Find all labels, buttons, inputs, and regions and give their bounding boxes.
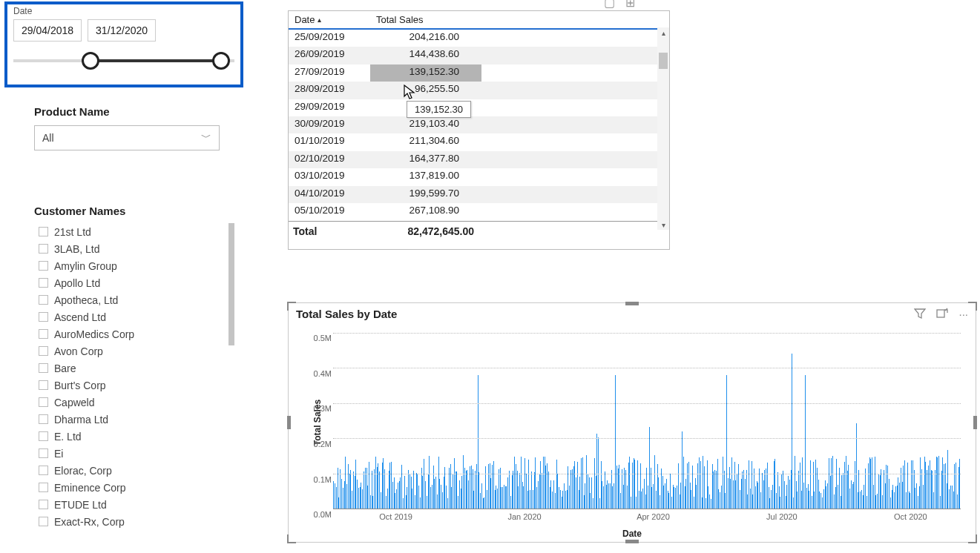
resize-handle-tr[interactable]	[968, 302, 977, 311]
customer-names-label: Customer Names	[34, 205, 234, 217]
checkbox-icon[interactable]	[39, 346, 48, 356]
resize-handle-right[interactable]	[973, 416, 977, 429]
checkbox-icon[interactable]	[39, 329, 48, 339]
customer-checkbox-item[interactable]: Apotheca, Ltd	[34, 291, 234, 308]
checkbox-icon[interactable]	[39, 397, 48, 407]
checkbox-icon[interactable]	[39, 380, 48, 390]
date-from-input[interactable]: 29/04/2018	[13, 19, 82, 42]
customer-checkbox-item[interactable]: 21st Ltd	[34, 223, 234, 240]
customer-name-label: Dharma Ltd	[54, 414, 108, 425]
resize-handle-br[interactable]	[968, 534, 977, 543]
scroll-down-icon[interactable]: ▾	[657, 219, 669, 230]
resize-handle-left[interactable]	[287, 416, 291, 429]
more-options-icon[interactable]: ···	[958, 308, 968, 322]
table-row[interactable]: 05/10/2019267,108.90	[289, 203, 669, 220]
focus-mode-icon[interactable]	[936, 308, 948, 322]
date-slider-track[interactable]	[13, 59, 234, 62]
checkbox-icon[interactable]	[39, 295, 48, 305]
customer-name-label: Exact-Rx, Corp	[54, 516, 125, 528]
table-row[interactable]: 27/09/2019139,152.30	[289, 64, 669, 82]
filter-icon[interactable]	[914, 308, 926, 322]
checkbox-icon[interactable]	[39, 483, 48, 492]
table-scrollbar[interactable]: ▴ ▾	[657, 27, 669, 230]
resize-handle-bl[interactable]	[287, 534, 296, 543]
scroll-thumb[interactable]	[659, 53, 668, 69]
customer-checkbox-item[interactable]: AuroMedics Corp	[34, 325, 234, 342]
cell-sales: 219,103.40	[370, 116, 481, 133]
customer-checkbox-item[interactable]: Ascend Ltd	[34, 308, 234, 325]
customer-checkbox-item[interactable]: Ei	[34, 445, 234, 462]
table-row[interactable]: 25/09/2019204,216.00	[289, 30, 669, 47]
checkbox-icon[interactable]	[39, 500, 48, 509]
checkbox-icon[interactable]	[39, 312, 48, 322]
table-row[interactable]: 26/09/2019144,438.60	[289, 47, 669, 64]
resize-handle-bottom[interactable]	[625, 540, 639, 543]
customer-checkbox-item[interactable]: Eminence Corp	[34, 479, 234, 496]
checkbox-icon[interactable]	[39, 414, 48, 424]
cell-date: 02/10/2019	[289, 151, 370, 168]
customer-checkbox-item[interactable]: Avon Corp	[34, 342, 234, 360]
customer-checkbox-item[interactable]: E. Ltd	[34, 428, 234, 445]
table-header: Date ▴ Total Sales	[289, 11, 669, 30]
filter-icon[interactable]: ▢	[604, 0, 615, 10]
product-name-dropdown[interactable]: All ﹀	[34, 125, 220, 150]
focus-icon[interactable]: ⊞	[625, 0, 635, 10]
checkbox-icon[interactable]	[39, 431, 48, 441]
table-row[interactable]: 29/09/201990,000.10	[289, 99, 669, 116]
resize-handle-top[interactable]	[625, 302, 639, 305]
cell-tooltip: 139,152.30	[407, 101, 471, 118]
table-header-sales[interactable]: Total Sales	[370, 11, 481, 28]
table-row[interactable]: 28/09/201996,255.50	[289, 82, 669, 99]
total-sales-chart[interactable]: Total Sales by Date ··· Total Sales Date…	[288, 302, 976, 543]
table-row[interactable]: 01/10/2019211,304.60	[289, 133, 669, 150]
table-header-date[interactable]: Date ▴	[289, 11, 370, 28]
date-to-input[interactable]: 31/12/2020	[88, 19, 156, 42]
checkbox-icon[interactable]	[39, 278, 48, 288]
table-row[interactable]: 03/10/2019137,819.00	[289, 168, 669, 185]
customer-list-scrollbar[interactable]	[228, 223, 234, 345]
y-tick-label: 0.5M	[314, 334, 332, 342]
customer-checkbox-item[interactable]: Capweld	[34, 394, 234, 411]
customer-checkbox-item[interactable]: Dharma Ltd	[34, 411, 234, 428]
customer-checkbox-item[interactable]: 3LAB, Ltd	[34, 240, 234, 257]
customer-name-label: Elorac, Corp	[54, 465, 112, 477]
chart-bar[interactable]	[792, 354, 792, 509]
product-name-slicer: Product Name All ﹀	[34, 105, 220, 150]
cell-sales: 139,152.30	[370, 64, 481, 82]
checkbox-icon[interactable]	[39, 261, 48, 271]
customer-checkbox-item[interactable]: Apollo Ltd	[34, 274, 234, 291]
cell-sales: 96,255.50	[370, 82, 481, 99]
chart-plot-area	[333, 333, 961, 509]
customer-name-label: 3LAB, Ltd	[54, 243, 100, 255]
checkbox-icon[interactable]	[39, 517, 48, 526]
customer-name-label: Apollo Ltd	[54, 277, 100, 289]
checkbox-icon[interactable]	[39, 227, 48, 236]
cell-date: 26/09/2019	[289, 47, 370, 64]
date-slicer[interactable]: Date 29/04/2018 31/12/2020	[4, 1, 243, 87]
checkbox-icon[interactable]	[39, 244, 48, 254]
checkbox-icon[interactable]	[39, 466, 48, 475]
customer-checkbox-item[interactable]: Amylin Group	[34, 257, 234, 274]
customer-name-label: Capweld	[54, 397, 94, 408]
checkbox-icon[interactable]	[39, 448, 48, 458]
customer-checkbox-item[interactable]: Exact-Rx, Corp	[34, 513, 234, 530]
customer-checkbox-item[interactable]: Burt's Corp	[34, 377, 234, 394]
scroll-up-icon[interactable]: ▴	[657, 27, 669, 38]
customer-checkbox-item[interactable]: Bare	[34, 360, 234, 377]
date-slider-handle-start[interactable]	[82, 52, 99, 70]
resize-handle-tl[interactable]	[287, 302, 296, 311]
cell-sales: 144,438.60	[370, 47, 481, 64]
checkbox-icon[interactable]	[39, 363, 48, 373]
cell-sales: 164,377.80	[370, 151, 481, 168]
customer-checkbox-item[interactable]: ETUDE Ltd	[34, 496, 234, 513]
customer-name-label: Burt's Corp	[54, 380, 106, 391]
table-row[interactable]: 30/09/2019219,103.40	[289, 116, 669, 133]
gridline	[333, 509, 961, 509]
cell-sales: 199,599.70	[370, 186, 481, 203]
table-row[interactable]: 04/10/2019199,599.70	[289, 186, 669, 203]
customer-checkbox-item[interactable]: Elorac, Corp	[34, 462, 234, 479]
sales-table[interactable]: Date ▴ Total Sales 25/09/2019204,216.002…	[288, 10, 670, 250]
customer-names-list[interactable]: 21st Ltd3LAB, LtdAmylin GroupApollo LtdA…	[34, 223, 234, 534]
date-slider-handle-end[interactable]	[212, 52, 230, 70]
table-row[interactable]: 02/10/2019164,377.80	[289, 151, 669, 168]
